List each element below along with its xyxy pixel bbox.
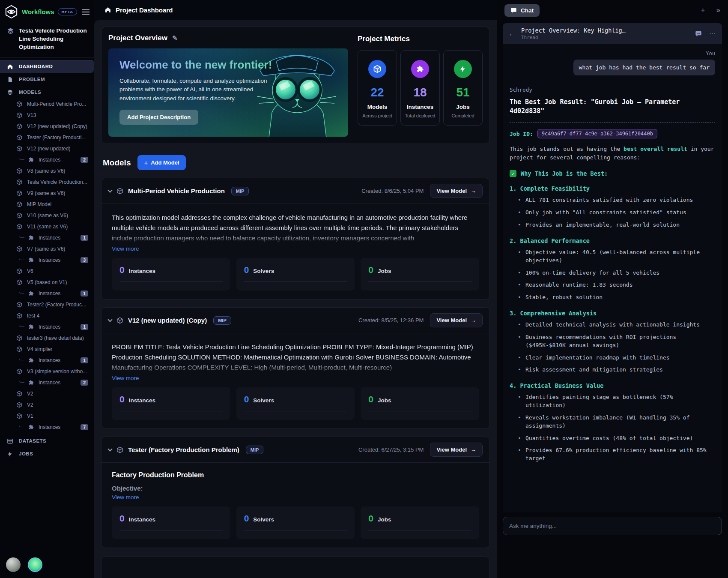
metric-sublabel: Across project [361,113,394,119]
chevron-down-icon[interactable] [107,446,112,451]
sidebar-item-jobs[interactable]: JOBS [0,447,94,460]
sidebar-instances-item[interactable]: Instances3 [0,255,94,266]
avatar[interactable] [6,557,21,572]
lightning-icon [454,60,472,78]
mip-badge: MIP [246,446,264,454]
puzzle-icon [28,424,34,430]
metric-sublabel: Completed [446,113,480,119]
sidebar-model-item[interactable]: V13 [0,110,94,121]
chat-panel: Chat + » ← Project Overview: Key Highlig… [497,0,728,578]
view-model-button[interactable]: View Model→ [430,184,483,198]
model-label: Tesla Vehicle Production... [27,179,87,185]
cube-icon [16,346,22,352]
sidebar-model-item[interactable]: V6 [0,266,94,277]
sidebar-item-dashboard[interactable]: DASHBOARD [0,60,94,73]
add-project-description-button[interactable]: Add Project Description [119,110,198,125]
sidebar-item-problem[interactable]: PROBLEM [0,73,94,86]
sidebar-model-item[interactable]: Tester (Factory Producti... [0,132,94,143]
sidebar-model-item[interactable]: Tesla Vehicle Production... [0,177,94,188]
view-model-button[interactable]: View Model→ [430,443,483,457]
sidebar-model-item[interactable]: V12 (new updated) (Copy) [0,121,94,132]
model-objective-label: Objective: [112,485,479,492]
instances-count-badge: 3 [81,257,88,263]
model-label: V3 (simple version witho... [27,368,87,374]
view-model-button[interactable]: View Model→ [430,313,483,327]
sidebar-model-item[interactable]: V8 (same as V6) [0,165,94,177]
sidebar-model-item[interactable]: tester3 (have detail data) [0,332,94,344]
metric-sublabel: Total deployed [403,113,437,119]
sidebar-model-item[interactable]: V5 (based on V1) [0,277,94,288]
sidebar-model-item[interactable]: Tester2 (Factory Produc... [0,299,94,310]
arrow-right-icon: → [471,446,476,453]
panel-bottom-space [497,535,728,578]
chevron-down-icon[interactable] [107,317,112,322]
sidebar-model-item[interactable]: V10 (same as V6) [0,210,94,221]
bullet-text: ALL 781 constraints satisfied with zero … [525,197,693,203]
back-arrow-icon[interactable]: ← [509,30,516,38]
hamburger-menu-icon[interactable] [82,9,90,15]
sidebar-item-datasets[interactable]: DATASETS [0,434,94,447]
mip-badge: MIP [213,316,231,325]
view-more-link[interactable]: View more [112,494,139,500]
add-model-button[interactable]: + Add Model [137,155,185,170]
chat-input[interactable] [503,517,722,535]
assistant-message: Schrody The Best Job Result: "Gurobi Job… [510,87,715,463]
sidebar-model-item[interactable]: MIP Model [0,199,94,210]
sidebar-model-item[interactable]: test 4 [0,310,94,321]
section-heading: 1. Complete Feasibility [510,185,715,192]
stat-label: Solvers [253,268,274,274]
sidebar-instances-item[interactable]: Instances1 [0,355,94,366]
sidebar-model-item[interactable]: V3 (simple version witho... [0,366,94,377]
chevron-down-icon[interactable] [107,188,112,192]
sidebar-instances-item[interactable]: Instances7 [0,422,94,433]
sidebar-model-item[interactable]: V4 simplier [0,344,94,355]
tree-connector [19,318,24,327]
instances-count-badge: 1 [81,357,88,363]
sidebar-instances-item[interactable]: Instances1 [0,232,94,243]
sidebar-model-item[interactable]: V2 [0,388,94,399]
sidebar-instances-item[interactable]: Instances2 [0,154,94,165]
sidebar-model-item[interactable]: V11 (same as V6) [0,221,94,232]
collapse-panel-icon[interactable]: » [716,6,720,15]
new-chat-icon[interactable]: + [701,6,705,15]
stat-instances: 0Instances [112,387,230,420]
cube-icon [16,368,22,374]
layers-icon [7,89,13,96]
cube-icon [16,146,22,152]
sidebar-model-item[interactable]: V12 (new updated) [0,143,94,154]
chat-bubble-icon [510,7,517,14]
sidebar-instances-item[interactable]: Instances2 [0,377,94,388]
thread-messages-icon[interactable] [695,30,702,37]
instances-count-badge: 1 [81,290,88,296]
model-label: V2 [27,402,33,408]
sidebar-item-models[interactable]: MODELS [0,86,94,99]
sidebar-model-item[interactable]: Multi-Period Vehicle Pro... [0,99,94,110]
view-more-link[interactable]: View more [112,375,139,381]
sidebar-model-item[interactable]: V9 (same as V6) [0,188,94,199]
chat-messages[interactable]: You what job has had the best result so … [503,44,722,512]
chat-button[interactable]: Chat [504,4,540,17]
view-more-link[interactable]: View more [112,246,139,252]
avatar[interactable] [28,557,42,572]
model-label: V6 [27,268,33,274]
edit-icon[interactable]: ✎ [172,34,178,42]
project-title-row[interactable]: Tesla Vehicle Production Line Scheduling… [0,22,94,57]
message-section: 1. Complete Feasibility •ALL 781 constra… [510,185,715,229]
puzzle-icon [28,290,34,296]
bullet-text: Provides an implementable, real-world so… [525,222,680,228]
job-id-chip[interactable]: 9c49a6f7-df77-4c9e-a362-34961f20440b [537,129,657,138]
thread-menu-icon[interactable]: ⋯ [709,30,716,38]
sidebar-instances-item[interactable]: Instances1 [0,288,94,299]
sidebar-model-item[interactable]: V7 (same as V6) [0,243,94,255]
cube-icon [16,302,22,308]
bullet-text: Only job with "All constraints satisfied… [525,209,686,216]
sidebar-model-item[interactable]: V1 [0,410,94,422]
divider [244,530,347,530]
message-section: 4. Practical Business Value •Identifies … [510,382,715,463]
home-icon [104,6,111,13]
sidebar-instances-item[interactable]: Instances1 [0,321,94,332]
bullet-text: Detailed technical analysis with actiona… [525,321,700,328]
instances-count-badge: 1 [81,235,88,241]
sidebar-model-item[interactable]: V2 [0,399,94,410]
workflows-logo-icon[interactable] [4,5,18,19]
